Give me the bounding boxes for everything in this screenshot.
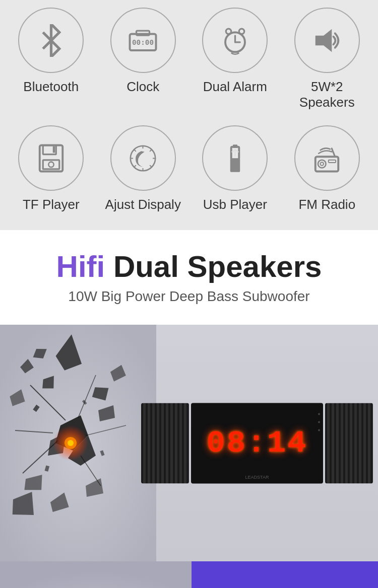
explosion-area	[0, 325, 156, 561]
bottom-section: Deep Bass	[0, 561, 378, 588]
feature-adjust-display: Ajust Dispaly	[97, 118, 190, 220]
feature-usb-player: Usb Player	[189, 118, 281, 220]
svg-rect-11	[53, 146, 55, 153]
tf-player-label: TF Player	[23, 197, 80, 212]
svg-rect-34	[329, 160, 336, 162]
alarm-icon	[219, 24, 251, 57]
svg-rect-23	[230, 158, 240, 172]
clock-icon: 00:00	[127, 24, 159, 57]
feature-bluetooth: Bluetooth	[5, 0, 97, 118]
hifi-subtitle: 10W Big Power Deep Bass Subwoofer	[10, 288, 368, 305]
svg-marker-8	[316, 29, 332, 52]
bluetooth-icon	[35, 24, 68, 57]
clock-display-text: 08:14	[206, 425, 307, 461]
bottom-right-panel: Deep Bass	[192, 561, 378, 588]
hifi-section: Hifi Dual Speakers 10W Big Power Deep Ba…	[0, 230, 378, 325]
features-grid: Bluetooth 00:00 Clock	[5, 0, 373, 220]
bottom-left-image	[0, 561, 192, 588]
radio-icon	[310, 142, 343, 175]
speakers-label: 5W*2 Speakers	[284, 79, 371, 110]
svg-line-20	[150, 165, 152, 167]
floppy-icon	[35, 142, 68, 175]
center-display: 08:14 LEADSTAR	[191, 403, 323, 483]
svg-line-21	[150, 149, 152, 151]
feature-radio-circle	[294, 125, 360, 191]
svg-text:00:00: 00:00	[132, 38, 154, 46]
hifi-title: Hifi Dual Speakers	[10, 250, 368, 283]
hifi-word: Hifi	[56, 250, 105, 283]
right-speaker-grille	[325, 403, 373, 483]
svg-line-35	[332, 149, 336, 157]
feature-clock: 00:00 Clock	[97, 0, 190, 118]
feature-speakers: 5W*2 Speakers	[281, 0, 373, 118]
feature-moon-circle	[110, 125, 176, 191]
moon-icon	[127, 142, 159, 175]
clock-label: Clock	[127, 79, 159, 95]
feature-dual-alarm-circle	[202, 8, 268, 73]
left-speaker-grille	[141, 403, 189, 483]
dual-alarm-label: Dual Alarm	[203, 79, 267, 95]
explosion-svg	[0, 325, 156, 561]
feature-usb-circle	[202, 125, 268, 191]
svg-rect-31	[316, 157, 339, 171]
svg-point-29	[231, 151, 233, 153]
svg-point-58	[68, 440, 74, 446]
svg-rect-25	[233, 144, 237, 148]
svg-line-19	[134, 149, 136, 151]
usb-player-label: Usb Player	[203, 197, 267, 212]
feature-fm-radio: FM Radio	[281, 118, 373, 220]
fm-radio-label: FM Radio	[298, 197, 355, 212]
feature-dual-alarm: Dual Alarm	[189, 0, 281, 118]
feature-clock-circle: 00:00	[110, 8, 176, 73]
svg-point-28	[237, 151, 239, 153]
features-section: Bluetooth 00:00 Clock	[0, 0, 378, 230]
feature-speakers-circle	[294, 8, 360, 73]
svg-point-6	[226, 29, 231, 34]
usb-icon	[219, 142, 251, 175]
product-image-section: 08:14 LEADSTAR	[0, 325, 378, 561]
svg-rect-65	[0, 561, 192, 588]
adjust-display-label: Ajust Dispaly	[105, 197, 181, 212]
svg-point-7	[239, 29, 244, 34]
svg-point-13	[48, 162, 53, 167]
water-splash-svg	[0, 561, 192, 588]
feature-tf-circle	[18, 125, 84, 191]
svg-line-22	[134, 165, 136, 167]
feature-bluetooth-circle	[18, 8, 84, 73]
svg-point-33	[321, 162, 324, 166]
dual-speakers-text: Dual Speakers	[113, 250, 322, 283]
feature-tf-player: TF Player	[5, 118, 97, 220]
speaker-device: 08:14 LEADSTAR	[141, 397, 373, 490]
bluetooth-label: Bluetooth	[23, 79, 79, 95]
svg-point-32	[318, 160, 326, 168]
brand-text: LEADSTAR	[245, 474, 269, 479]
speaker-icon	[310, 24, 343, 57]
